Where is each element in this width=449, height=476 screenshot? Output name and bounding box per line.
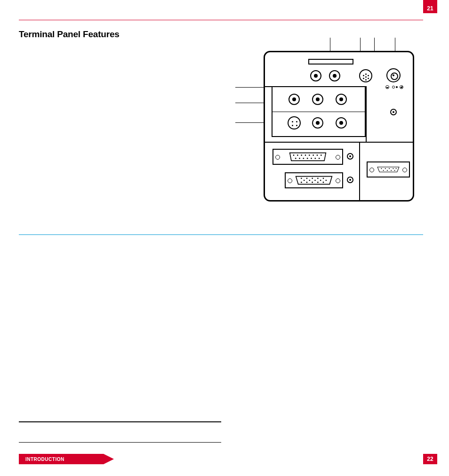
svg-point-13: [315, 158, 316, 159]
dsub-wide-icon: [273, 149, 343, 165]
svg-point-12: [311, 158, 312, 159]
rca-jack-icon: [329, 70, 340, 81]
svg-point-10: [303, 158, 305, 159]
divider: [265, 86, 366, 87]
footer-label: INTRODUCTION: [25, 457, 64, 462]
svg-point-23: [320, 180, 321, 181]
mini-din-icon: [359, 69, 372, 82]
svg-point-28: [317, 182, 319, 183]
rca-jack-icon: [312, 117, 323, 129]
port-label-bar: [308, 59, 353, 65]
section-title: Terminal Panel Features: [19, 29, 120, 40]
dot-icon: [396, 86, 398, 88]
svg-point-37: [391, 170, 392, 171]
svg-point-3: [305, 154, 306, 156]
lead-line: [235, 87, 264, 88]
rule: [19, 442, 221, 443]
svg-point-14: [319, 158, 320, 159]
minus-icon: [385, 85, 389, 89]
svg-point-22: [314, 180, 316, 181]
svg-point-1: [297, 154, 298, 156]
blue-divider: [19, 234, 423, 235]
top-rule: [19, 20, 423, 20]
svg-point-34: [396, 168, 397, 169]
dsub-de9-icon: [367, 161, 410, 177]
svg-point-35: [383, 170, 384, 171]
svg-point-11: [307, 158, 308, 159]
divider: [359, 142, 360, 200]
page-number-bottom: 22: [427, 456, 433, 462]
screw-icon: [390, 109, 397, 115]
audio-jack-icon: [347, 177, 353, 183]
rca-jack-icon: [310, 70, 321, 81]
lead-line: [395, 38, 395, 52]
divider: [366, 86, 367, 142]
dc-jack-icon: [386, 68, 401, 82]
svg-point-25: [301, 182, 302, 183]
terminal-panel-diagram: [264, 51, 414, 202]
svg-point-19: [323, 178, 324, 179]
audio-jack-icon: [347, 153, 353, 160]
plus-icon: [400, 85, 403, 89]
page-number-top-tab: 21: [423, 0, 437, 13]
svg-point-24: [326, 180, 327, 181]
svg-point-20: [304, 180, 305, 181]
svg-point-16: [306, 178, 308, 179]
s-video-icon: [288, 116, 301, 129]
svg-point-21: [309, 180, 311, 181]
svg-point-32: [389, 168, 390, 169]
rca-jack-icon: [312, 94, 323, 105]
page-number-top: 21: [427, 5, 433, 12]
svg-point-33: [393, 168, 393, 169]
svg-point-15: [301, 178, 302, 179]
svg-point-9: [299, 158, 300, 159]
svg-point-2: [301, 154, 302, 156]
page-number-bottom-tab: 22: [423, 454, 437, 464]
svg-point-17: [312, 178, 313, 179]
dsub-hd15-icon: [285, 172, 343, 188]
svg-point-30: [381, 168, 382, 169]
svg-point-5: [313, 154, 314, 156]
svg-point-8: [295, 158, 297, 159]
svg-point-31: [385, 168, 386, 169]
svg-point-0: [293, 154, 295, 156]
svg-point-18: [317, 178, 319, 179]
svg-point-29: [323, 182, 324, 183]
divider: [265, 142, 413, 143]
svg-point-6: [317, 154, 318, 156]
lead-line: [330, 38, 330, 52]
rule: [19, 421, 221, 422]
svg-point-36: [387, 170, 388, 171]
dot-icon: [392, 86, 395, 89]
svg-point-27: [312, 182, 313, 183]
rca-jack-icon: [336, 117, 347, 129]
video-in-group: [272, 86, 366, 137]
rca-jack-icon: [336, 94, 347, 105]
svg-point-38: [394, 170, 395, 171]
svg-point-4: [309, 154, 310, 156]
rca-jack-icon: [289, 94, 300, 105]
svg-point-7: [321, 154, 322, 156]
lead-line: [360, 38, 361, 52]
svg-point-26: [306, 182, 308, 183]
footer-section-band: INTRODUCTION: [19, 454, 104, 464]
